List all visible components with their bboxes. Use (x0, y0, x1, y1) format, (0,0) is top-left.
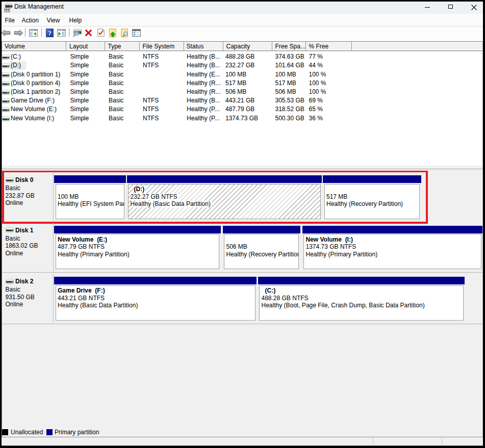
svg-text:?: ? (48, 29, 52, 37)
